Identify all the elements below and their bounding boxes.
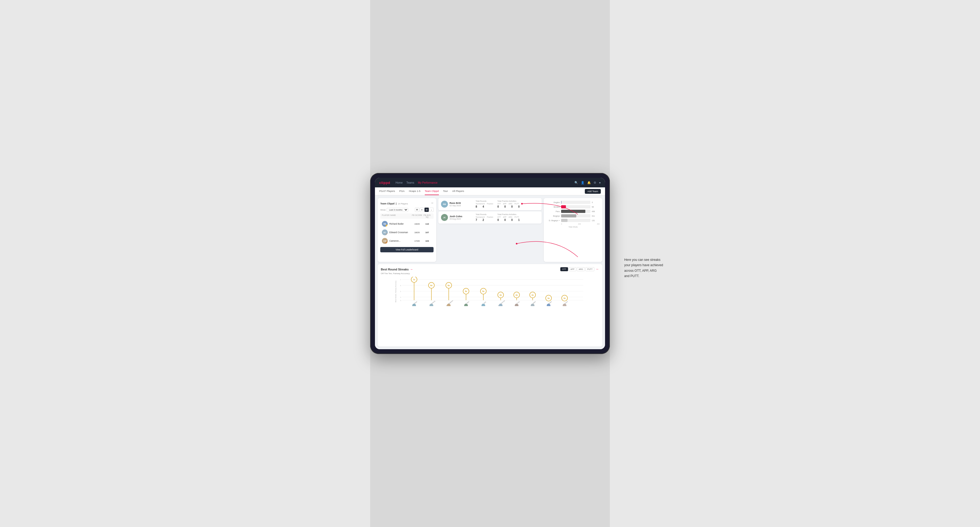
col-pb-score: PB SCORE — [412, 214, 422, 218]
card-name: Josh Coles — [450, 215, 462, 218]
tournament-val: 7 — [476, 219, 480, 221]
bar-row-dbogeys: D. Bogeys + 131 — [546, 219, 600, 222]
period-select[interactable]: Last 3 months Last 6 months Last year — [387, 208, 408, 212]
player-cards-panel: RB Rees Britt 02 Sep 2023 Total Rounds — [438, 198, 542, 262]
detail-view-btn[interactable]: ↓ — [429, 208, 434, 212]
filter-arg[interactable]: ARG — [577, 267, 585, 271]
add-team-button[interactable]: Add Team — [585, 189, 601, 194]
search-icon[interactable]: 🔍 — [574, 181, 578, 184]
app-val: 0 — [504, 219, 509, 221]
section-header: Best Round Streaks ← OTT APP ARG PUTT ← — [381, 267, 599, 271]
player-score: 19/20 — [412, 223, 422, 225]
svg-text:7x: 7x — [413, 279, 415, 281]
player-row[interactable]: RB 1 Richard Butler 19/20 110 — [380, 220, 434, 228]
practice-values: 0 0 0 0 — [498, 205, 523, 208]
practice-values: 0 0 0 1 — [498, 219, 523, 221]
bell-icon[interactable]: 🔔 — [587, 181, 591, 184]
player-name: Cameron... — [389, 240, 412, 242]
nav-teams[interactable]: Teams — [406, 181, 414, 185]
nav-my-performance[interactable]: My Performance — [418, 181, 437, 185]
svg-text:Best Streak, Fairway Accuracy: Best Streak, Fairway Accuracy — [395, 281, 396, 302]
practice-sub-labels: OTT APP ARG PUTT — [498, 216, 523, 218]
player-row[interactable]: CM 3 Cameron... 17/20 103 — [380, 237, 434, 245]
nav-actions: 🔍 👤 🔔 ⚙ ● — [574, 181, 601, 184]
view-icons: ⊞ ≡ ▤ ↓ — [415, 208, 434, 212]
player-info: Edward Crossman — [389, 231, 412, 234]
col-pb-avg: PB AVG SQ — [422, 214, 432, 218]
avatar: CM 3 — [382, 238, 388, 244]
player-row[interactable]: EC 2 Edward Crossman 18/20 107 — [380, 229, 434, 237]
player-info: Cameron... — [389, 240, 412, 242]
bar-value: 499 — [592, 211, 600, 213]
putt-val: 1 — [518, 219, 523, 221]
edit-icon[interactable]: ✏ — [431, 202, 434, 205]
filter-app[interactable]: APP — [568, 267, 576, 271]
show-bar: Show Last 3 months Last 6 months Last ye… — [380, 208, 434, 212]
player-avg: 110 — [422, 223, 432, 225]
bar-fill — [561, 205, 566, 208]
top-section: Team Clippd | 14 Players ✏ Show — [378, 198, 602, 262]
sub-nav-pga[interactable]: PGA — [399, 187, 404, 195]
filter-putt[interactable]: PUTT — [585, 267, 594, 271]
rounds-stats: Total Rounds Tournament Practice 7 2 — [476, 213, 493, 221]
svg-text:5x: 5x — [465, 290, 467, 292]
player-avg: 103 — [422, 240, 432, 242]
bar-label: Eagles — [546, 201, 560, 204]
nav-home[interactable]: Home — [396, 181, 402, 185]
card-name: Rees Britt — [450, 202, 461, 205]
nav-links: Home Teams My Performance — [396, 181, 574, 185]
player-card-rees: RB Rees Britt 02 Sep 2023 Total Rounds — [438, 198, 542, 210]
filter-ott[interactable]: OTT — [560, 267, 568, 271]
rounds-values: 7 2 — [476, 219, 493, 221]
player-card-josh: JC Josh Coles 26 Aug 2023 Total Rounds — [438, 211, 542, 224]
ott-val: 0 — [498, 219, 502, 221]
avatar: RB 1 — [382, 221, 388, 227]
navbar: clippd Home Teams My Performance 🔍 👤 🔔 ⚙… — [375, 178, 605, 187]
bar-container — [561, 219, 590, 222]
rank-badge: 2 — [386, 233, 388, 235]
bar-chart: Eagles 3 Birdies — [546, 201, 600, 222]
person-icon[interactable]: 👤 — [581, 181, 584, 184]
bar-value: 3 — [592, 202, 600, 203]
sub-nav-tour[interactable]: Tour — [443, 187, 448, 195]
card-player-info: JC Josh Coles 26 Aug 2023 — [441, 213, 473, 221]
player-score: 17/20 — [412, 240, 422, 242]
svg-text:6x: 6x — [430, 284, 433, 286]
rounds-label: Total Rounds — [476, 200, 493, 202]
card-stats: Total Rounds Tournament Practice 8 4 — [476, 200, 523, 208]
sub-nav-team-clippd[interactable]: Team Clippd — [425, 187, 439, 195]
practice-sub-labels: OTT APP ARG PUTT — [498, 203, 523, 205]
main-content: Team Clippd | 14 Players ✏ Show — [375, 195, 605, 349]
table-header: PLAYER NAME PB SCORE PB AVG SQ — [380, 213, 434, 219]
ott-val: 0 — [498, 205, 502, 208]
bar-value: 311 — [592, 215, 600, 217]
chart-footer: Total Shots — [546, 226, 600, 228]
sub-nav-hcaps[interactable]: Hcaps 1-5 — [409, 187, 420, 195]
list-view-btn[interactable]: ≡ — [420, 208, 424, 212]
sub-nav-all-players[interactable]: All Players — [452, 187, 464, 195]
svg-text:6: 6 — [400, 285, 401, 286]
bar-value: 96 — [592, 206, 600, 208]
svg-text:5x: 5x — [482, 290, 484, 292]
sub-nav-pgat[interactable]: PGAT Players — [379, 187, 395, 195]
bar-row-eagles: Eagles 3 — [546, 201, 600, 204]
user-avatar-icon[interactable]: ● — [599, 181, 601, 184]
streak-chart-svg: Best Streak, Fairway Accuracy 7 6 5 4 — [381, 277, 599, 306]
bar-label: Bogeys — [546, 215, 560, 217]
rounds-sub-labels: Tournament Practice — [476, 216, 493, 218]
view-full-leaderboard-button[interactable]: View Full Leaderboard — [380, 247, 434, 252]
bar-row-pars: Pars 499 — [546, 210, 600, 213]
player-info: Richard Butler — [389, 222, 412, 225]
settings-icon[interactable]: ⚙ — [593, 181, 596, 184]
leaderboard-panel: Team Clippd | 14 Players ✏ Show — [378, 198, 436, 262]
practice-label: Total Practice Activities — [498, 200, 523, 202]
practice-val: 4 — [482, 205, 487, 208]
rank-badge: 3 — [386, 242, 388, 244]
svg-text:4x: 4x — [500, 294, 502, 296]
table-view-btn[interactable]: ▤ — [425, 208, 429, 212]
svg-text:4: 4 — [400, 297, 401, 298]
grid-view-btn[interactable]: ⊞ — [415, 208, 419, 212]
rounds-sub-labels: Tournament Practice — [476, 203, 493, 205]
player-name: Richard Butler — [389, 222, 412, 225]
team-title: Team Clippd | 14 Players — [380, 202, 408, 205]
